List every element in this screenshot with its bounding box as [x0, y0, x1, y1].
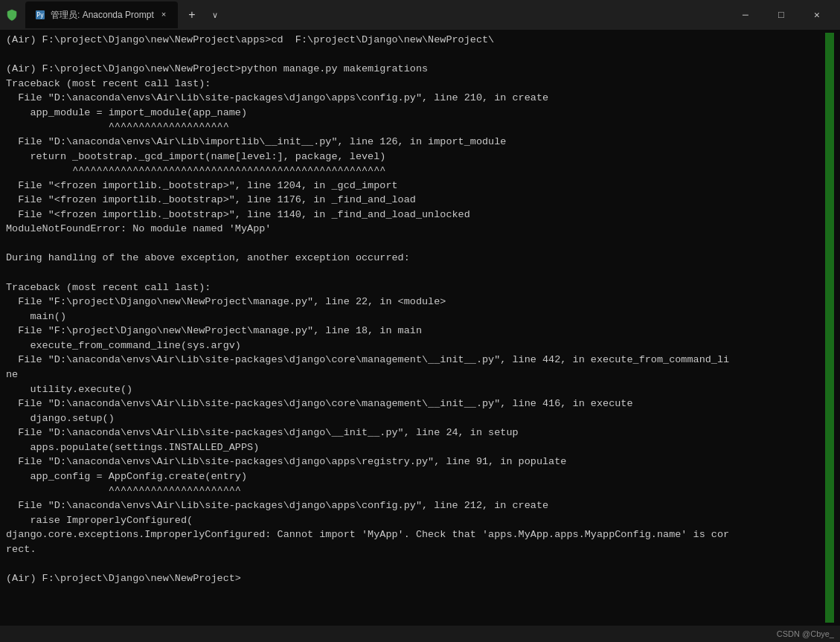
close-button[interactable]: ✕ — [800, 3, 834, 27]
tab-label: 管理员: Anaconda Prompt — [51, 9, 154, 22]
bottom-bar-text: CSDN @Cbye_ — [777, 629, 834, 638]
tab-close-button[interactable]: × — [158, 9, 170, 21]
shield-icon — [6, 9, 18, 21]
tab-icon: Py — [34, 9, 46, 21]
svg-text:Py: Py — [36, 12, 44, 19]
sidebar-strip — [825, 33, 834, 623]
active-tab[interactable]: Py 管理员: Anaconda Prompt × — [25, 1, 178, 28]
terminal-window: Py 管理员: Anaconda Prompt × + ∨ ─ □ ✕ (Air… — [0, 0, 840, 642]
title-bar: Py 管理员: Anaconda Prompt × + ∨ ─ □ ✕ — [0, 0, 840, 30]
terminal-body[interactable]: (Air) F:\project\Django\new\NewProject\a… — [0, 30, 840, 626]
bottom-bar: CSDN @Cbye_ — [0, 626, 840, 642]
minimize-button[interactable]: ─ — [728, 3, 763, 27]
terminal-output: (Air) F:\project\Django\new\NewProject\a… — [6, 33, 825, 623]
window-controls: ─ □ ✕ — [728, 3, 834, 27]
maximize-button[interactable]: □ — [764, 3, 798, 27]
dropdown-button[interactable]: ∨ — [206, 7, 224, 23]
new-tab-button[interactable]: + — [182, 5, 201, 25]
title-bar-left: Py 管理员: Anaconda Prompt × + ∨ — [6, 1, 834, 28]
